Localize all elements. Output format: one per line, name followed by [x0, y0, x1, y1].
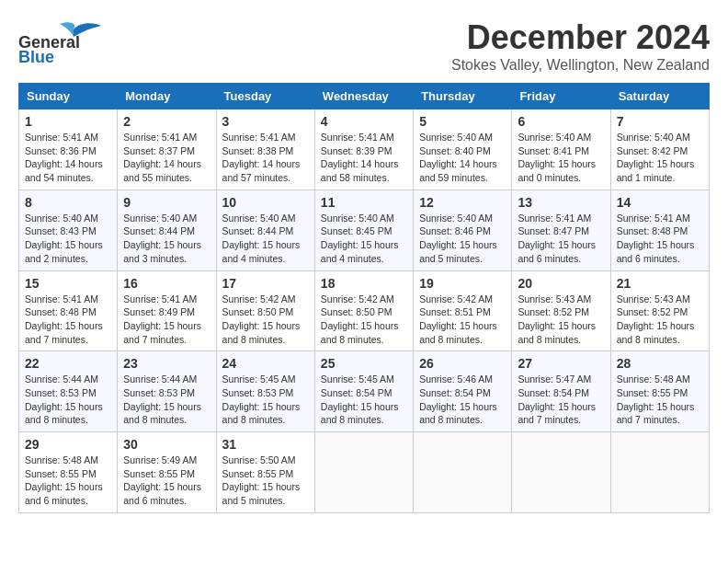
- day-number: 27: [518, 356, 604, 371]
- day-number: 4: [321, 114, 407, 129]
- weekday-header-monday: Monday: [118, 84, 216, 109]
- calendar-day-empty: [610, 432, 709, 513]
- calendar-day-24: 24Sunrise: 5:45 AMSunset: 8:53 PMDayligh…: [216, 351, 314, 432]
- day-info: Sunrise: 5:49 AMSunset: 8:55 PMDaylight:…: [123, 454, 210, 508]
- day-number: 19: [419, 276, 506, 291]
- day-info: Sunrise: 5:43 AMSunset: 8:52 PMDaylight:…: [617, 293, 703, 347]
- calendar-day-6: 6Sunrise: 5:40 AMSunset: 8:41 PMDaylight…: [512, 109, 610, 190]
- day-info: Sunrise: 5:41 AMSunset: 8:48 PMDaylight:…: [617, 212, 703, 266]
- day-number: 17: [222, 276, 309, 291]
- calendar-day-11: 11Sunrise: 5:40 AMSunset: 8:45 PMDayligh…: [314, 190, 413, 270]
- day-number: 11: [321, 195, 407, 210]
- day-number: 21: [617, 276, 703, 291]
- calendar-week-2: 8Sunrise: 5:40 AMSunset: 8:43 PMDaylight…: [19, 190, 710, 270]
- day-info: Sunrise: 5:43 AMSunset: 8:52 PMDaylight:…: [518, 293, 604, 347]
- weekday-header-sunday: Sunday: [19, 84, 118, 109]
- day-info: Sunrise: 5:42 AMSunset: 8:51 PMDaylight:…: [419, 293, 506, 347]
- day-number: 15: [25, 276, 111, 291]
- day-info: Sunrise: 5:41 AMSunset: 8:39 PMDaylight:…: [321, 131, 407, 185]
- day-number: 25: [321, 356, 407, 371]
- day-number: 28: [617, 356, 703, 371]
- weekday-header-row: SundayMondayTuesdayWednesdayThursdayFrid…: [19, 84, 710, 109]
- page-header: General Blue December 2024 Stokes Valley…: [18, 18, 710, 74]
- day-number: 23: [123, 356, 210, 371]
- calendar-day-17: 17Sunrise: 5:42 AMSunset: 8:50 PMDayligh…: [216, 270, 314, 351]
- svg-text:Blue: Blue: [18, 48, 54, 64]
- month-title: December 2024: [451, 18, 710, 57]
- day-number: 1: [25, 114, 111, 129]
- day-info: Sunrise: 5:40 AMSunset: 8:40 PMDaylight:…: [419, 131, 506, 185]
- day-info: Sunrise: 5:42 AMSunset: 8:50 PMDaylight:…: [321, 293, 407, 347]
- day-number: 30: [123, 437, 210, 452]
- day-number: 13: [518, 195, 604, 210]
- calendar-day-23: 23Sunrise: 5:44 AMSunset: 8:53 PMDayligh…: [118, 351, 216, 432]
- day-number: 14: [617, 195, 703, 210]
- calendar-day-14: 14Sunrise: 5:41 AMSunset: 8:48 PMDayligh…: [610, 190, 709, 270]
- calendar-table: SundayMondayTuesdayWednesdayThursdayFrid…: [18, 83, 710, 513]
- location-title: Stokes Valley, Wellington, New Zealand: [451, 57, 710, 74]
- day-number: 29: [25, 437, 111, 452]
- calendar-day-12: 12Sunrise: 5:40 AMSunset: 8:46 PMDayligh…: [414, 190, 512, 270]
- calendar-day-25: 25Sunrise: 5:45 AMSunset: 8:54 PMDayligh…: [314, 351, 413, 432]
- day-info: Sunrise: 5:40 AMSunset: 8:41 PMDaylight:…: [518, 131, 604, 185]
- calendar-day-18: 18Sunrise: 5:42 AMSunset: 8:50 PMDayligh…: [314, 270, 413, 351]
- day-info: Sunrise: 5:44 AMSunset: 8:53 PMDaylight:…: [25, 373, 111, 427]
- day-number: 26: [419, 356, 506, 371]
- day-info: Sunrise: 5:45 AMSunset: 8:54 PMDaylight:…: [321, 373, 407, 427]
- title-area: December 2024 Stokes Valley, Wellington,…: [451, 18, 710, 74]
- day-number: 6: [518, 114, 604, 129]
- day-info: Sunrise: 5:40 AMSunset: 8:44 PMDaylight:…: [123, 212, 210, 266]
- calendar-day-7: 7Sunrise: 5:40 AMSunset: 8:42 PMDaylight…: [610, 109, 709, 190]
- day-number: 24: [222, 356, 309, 371]
- day-info: Sunrise: 5:40 AMSunset: 8:45 PMDaylight:…: [321, 212, 407, 266]
- calendar-day-15: 15Sunrise: 5:41 AMSunset: 8:48 PMDayligh…: [19, 270, 118, 351]
- calendar-body: 1Sunrise: 5:41 AMSunset: 8:36 PMDaylight…: [19, 109, 710, 513]
- calendar-day-2: 2Sunrise: 5:41 AMSunset: 8:37 PMDaylight…: [118, 109, 216, 190]
- day-info: Sunrise: 5:45 AMSunset: 8:53 PMDaylight:…: [222, 373, 309, 427]
- weekday-header-saturday: Saturday: [610, 84, 709, 109]
- calendar-day-22: 22Sunrise: 5:44 AMSunset: 8:53 PMDayligh…: [19, 351, 118, 432]
- calendar-day-30: 30Sunrise: 5:49 AMSunset: 8:55 PMDayligh…: [118, 432, 216, 513]
- calendar-day-21: 21Sunrise: 5:43 AMSunset: 8:52 PMDayligh…: [610, 270, 709, 351]
- calendar-week-4: 22Sunrise: 5:44 AMSunset: 8:53 PMDayligh…: [19, 351, 710, 432]
- calendar-day-13: 13Sunrise: 5:41 AMSunset: 8:47 PMDayligh…: [512, 190, 610, 270]
- day-info: Sunrise: 5:48 AMSunset: 8:55 PMDaylight:…: [617, 373, 703, 427]
- day-info: Sunrise: 5:44 AMSunset: 8:53 PMDaylight:…: [123, 373, 210, 427]
- day-number: 2: [123, 114, 210, 129]
- day-number: 16: [123, 276, 210, 291]
- logo: General Blue: [18, 18, 129, 68]
- day-info: Sunrise: 5:40 AMSunset: 8:42 PMDaylight:…: [617, 131, 703, 185]
- calendar-week-1: 1Sunrise: 5:41 AMSunset: 8:36 PMDaylight…: [19, 109, 710, 190]
- weekday-header-wednesday: Wednesday: [314, 84, 413, 109]
- day-info: Sunrise: 5:50 AMSunset: 8:55 PMDaylight:…: [222, 454, 309, 508]
- calendar-day-9: 9Sunrise: 5:40 AMSunset: 8:44 PMDaylight…: [118, 190, 216, 270]
- day-info: Sunrise: 5:40 AMSunset: 8:46 PMDaylight:…: [419, 212, 506, 266]
- calendar-day-empty: [314, 432, 413, 513]
- day-info: Sunrise: 5:41 AMSunset: 8:47 PMDaylight:…: [518, 212, 604, 266]
- calendar-day-empty: [512, 432, 610, 513]
- calendar-week-5: 29Sunrise: 5:48 AMSunset: 8:55 PMDayligh…: [19, 432, 710, 513]
- day-info: Sunrise: 5:40 AMSunset: 8:44 PMDaylight:…: [222, 212, 309, 266]
- calendar-day-empty: [414, 432, 512, 513]
- calendar-week-3: 15Sunrise: 5:41 AMSunset: 8:48 PMDayligh…: [19, 270, 710, 351]
- calendar-day-10: 10Sunrise: 5:40 AMSunset: 8:44 PMDayligh…: [216, 190, 314, 270]
- calendar-day-28: 28Sunrise: 5:48 AMSunset: 8:55 PMDayligh…: [610, 351, 709, 432]
- weekday-header-friday: Friday: [512, 84, 610, 109]
- day-info: Sunrise: 5:47 AMSunset: 8:54 PMDaylight:…: [518, 373, 604, 427]
- calendar-day-31: 31Sunrise: 5:50 AMSunset: 8:55 PMDayligh…: [216, 432, 314, 513]
- day-info: Sunrise: 5:41 AMSunset: 8:49 PMDaylight:…: [123, 293, 210, 347]
- calendar-day-26: 26Sunrise: 5:46 AMSunset: 8:54 PMDayligh…: [414, 351, 512, 432]
- day-info: Sunrise: 5:46 AMSunset: 8:54 PMDaylight:…: [419, 373, 506, 427]
- day-number: 22: [25, 356, 111, 371]
- day-info: Sunrise: 5:48 AMSunset: 8:55 PMDaylight:…: [25, 454, 111, 508]
- calendar-day-4: 4Sunrise: 5:41 AMSunset: 8:39 PMDaylight…: [314, 109, 413, 190]
- weekday-header-thursday: Thursday: [414, 84, 512, 109]
- day-number: 31: [222, 437, 309, 452]
- day-number: 9: [123, 195, 210, 210]
- day-number: 10: [222, 195, 309, 210]
- day-number: 18: [321, 276, 407, 291]
- day-number: 7: [617, 114, 703, 129]
- calendar-day-5: 5Sunrise: 5:40 AMSunset: 8:40 PMDaylight…: [414, 109, 512, 190]
- calendar-day-19: 19Sunrise: 5:42 AMSunset: 8:51 PMDayligh…: [414, 270, 512, 351]
- day-info: Sunrise: 5:41 AMSunset: 8:48 PMDaylight:…: [25, 293, 111, 347]
